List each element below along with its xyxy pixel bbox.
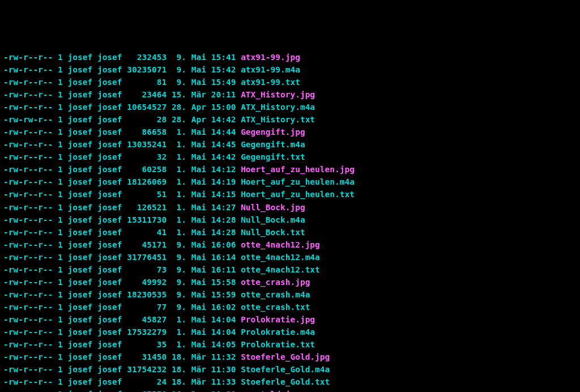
- file-permissions: -rw-r--r--: [3, 265, 53, 274]
- file-time: 14:42: [211, 152, 236, 161]
- file-name: otte_crash.txt: [241, 302, 310, 312]
- file-row: -rw-r--r-- 1 josef josef 77 9. Mai 16:02…: [3, 301, 577, 313]
- file-group: josef: [97, 103, 122, 112]
- file-links: 1: [58, 127, 63, 137]
- file-name: Hoert_auf_zu_heulen.m4a: [241, 177, 355, 186]
- file-permissions: -rw-r--r--: [3, 377, 53, 386]
- file-group: josef: [97, 290, 122, 299]
- file-row: -rw-r--r-- 1 josef josef 86658 1. Mai 14…: [3, 126, 577, 138]
- file-permissions: -rw-r--r--: [3, 140, 53, 149]
- file-month: Mai: [191, 278, 206, 287]
- file-permissions: -rw-r--r--: [3, 152, 53, 161]
- file-time: 15:42: [211, 65, 236, 74]
- file-month: Mai: [191, 340, 206, 349]
- file-row: -rw-r--r-- 1 josef josef 13035241 1. Mai…: [3, 138, 577, 151]
- file-time: 15:41: [211, 53, 236, 62]
- file-day: 9.: [172, 53, 186, 62]
- file-size: 45171: [127, 240, 167, 249]
- file-size: 232453: [127, 53, 167, 62]
- file-group: josef: [97, 90, 122, 99]
- file-day: 9.: [172, 302, 186, 312]
- file-size: 30235071: [127, 65, 167, 74]
- file-month: Mai: [191, 152, 206, 161]
- file-owner: josef: [68, 190, 93, 199]
- file-time: 11:30: [211, 365, 236, 374]
- file-row: -rw-r--r-- 1 josef josef 23464 15. Mär 2…: [3, 88, 577, 101]
- file-owner: josef: [68, 315, 93, 324]
- file-day: 1.: [172, 327, 186, 336]
- file-size: 31450: [127, 352, 167, 361]
- file-name: Null_Bock.jpg: [241, 203, 305, 212]
- file-permissions: -rw-r--r--: [3, 365, 53, 374]
- file-group: josef: [97, 53, 122, 62]
- file-name: atx91-99.txt: [241, 78, 300, 87]
- file-row: -rw-r--r-- 1 josef josef 51 1. Mai 14:15…: [3, 188, 577, 201]
- file-name: otte_crash.m4a: [241, 290, 310, 299]
- file-size: 18230535: [127, 290, 167, 299]
- file-group: josef: [97, 352, 122, 361]
- file-owner: josef: [68, 165, 93, 174]
- file-owner: josef: [68, 377, 93, 386]
- file-row: -rw-r--r-- 1 josef josef 126521 1. Mai 1…: [3, 201, 577, 214]
- file-time: 15:00: [211, 103, 236, 112]
- file-owner: josef: [68, 327, 93, 336]
- file-owner: josef: [68, 140, 93, 149]
- file-size: 32: [127, 152, 167, 161]
- file-size: 24: [127, 377, 167, 386]
- file-permissions: -rw-r--r--: [3, 190, 53, 199]
- file-links: 1: [58, 53, 63, 62]
- file-time: 14:28: [211, 228, 236, 237]
- file-day: 1.: [172, 140, 186, 149]
- file-day: 9.: [172, 253, 186, 262]
- file-name: Prolokratie.jpg: [241, 315, 315, 324]
- file-day: 9.: [172, 240, 186, 249]
- file-time: 14:44: [211, 127, 236, 137]
- file-links: 1: [58, 228, 63, 237]
- file-links: 1: [58, 327, 63, 336]
- file-permissions: -rw-r--r--: [3, 290, 53, 299]
- file-time: 14:27: [211, 203, 236, 212]
- file-group: josef: [97, 140, 122, 149]
- file-size: 73: [127, 265, 167, 274]
- file-row: -rw-rw-r-- 1 josef josef 28 28. Apr 14:4…: [3, 113, 577, 126]
- file-links: 1: [58, 115, 63, 124]
- file-group: josef: [97, 377, 122, 386]
- file-name: atx91-99.m4a: [241, 65, 300, 74]
- file-time: 14:42: [211, 115, 236, 124]
- file-row: -rw-r--r-- 1 josef josef 30235071 9. Mai…: [3, 63, 577, 76]
- file-name: Null_Bock.m4a: [241, 215, 305, 224]
- file-day: 28.: [172, 103, 186, 112]
- file-size: 35: [127, 340, 167, 349]
- file-time: 16:14: [211, 253, 236, 262]
- file-month: Mai: [191, 302, 206, 312]
- file-links: 1: [58, 190, 63, 199]
- file-size: 15311730: [127, 215, 167, 224]
- file-size: 60258: [127, 165, 167, 174]
- file-name: Hoert_auf_zu_heulen.jpg: [241, 165, 355, 174]
- file-size: 77: [127, 302, 167, 312]
- file-month: Mär: [191, 352, 206, 361]
- file-row: -rw-r--r-- 1 josef josef 31754232 18. Mä…: [3, 363, 577, 376]
- file-group: josef: [97, 365, 122, 374]
- file-month: Mai: [191, 165, 206, 174]
- file-group: josef: [97, 190, 122, 199]
- file-month: Mai: [191, 240, 206, 249]
- file-month: Apr: [191, 103, 206, 112]
- file-size: 41: [127, 228, 167, 237]
- file-month: Mai: [191, 228, 206, 237]
- file-month: Mai: [191, 53, 206, 62]
- file-row: -rw-r--r-- 1 josef josef 45171 9. Mai 16…: [3, 238, 577, 251]
- file-permissions: -rw-r--r--: [3, 103, 53, 112]
- file-row: -rw-r--r-- 1 josef josef 18126069 1. Mai…: [3, 176, 577, 188]
- file-owner: josef: [68, 203, 93, 212]
- file-permissions: -rw-r--r--: [3, 90, 53, 99]
- file-size: 86658: [127, 127, 167, 137]
- file-name: Stoeferle_Gold.jpg: [241, 352, 330, 361]
- file-links: 1: [58, 278, 63, 287]
- file-name: otte_4nach12.txt: [241, 265, 320, 274]
- file-group: josef: [97, 240, 122, 249]
- file-row: -rw-r--r-- 1 josef josef 67578 16. Dez 2…: [3, 388, 577, 392]
- file-row: -rw-r--r-- 1 josef josef 49992 9. Mai 15…: [3, 276, 577, 288]
- file-month: Mai: [191, 327, 206, 336]
- file-name: Prolokratie.m4a: [241, 327, 315, 336]
